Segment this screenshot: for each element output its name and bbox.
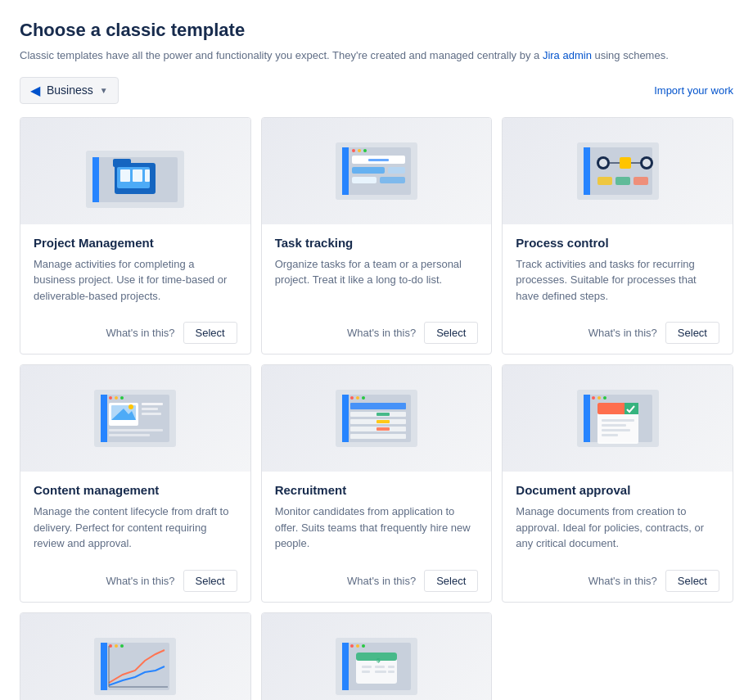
svg-rect-17 bbox=[352, 167, 385, 174]
svg-point-43 bbox=[129, 404, 133, 409]
template-grid-row2: Content management Manage the content li… bbox=[20, 364, 733, 603]
svg-rect-55 bbox=[350, 403, 406, 409]
svg-rect-57 bbox=[376, 413, 390, 416]
svg-point-54 bbox=[362, 396, 365, 400]
svg-point-37 bbox=[109, 396, 112, 400]
page-title: Choose a classic template bbox=[20, 20, 733, 41]
svg-rect-7 bbox=[133, 169, 142, 182]
svg-rect-45 bbox=[142, 408, 158, 410]
card-image-content-management bbox=[20, 365, 250, 472]
card-image-process-control bbox=[503, 118, 733, 224]
select-button-content-management[interactable]: Select bbox=[183, 570, 237, 592]
card-title-process-control: Process control bbox=[516, 236, 719, 250]
card-desc-project-management: Manage activities for completing a busin… bbox=[34, 256, 237, 305]
svg-rect-92 bbox=[362, 666, 372, 668]
whats-this-project-management[interactable]: What's in this? bbox=[106, 327, 174, 339]
card-task-tracking: Task tracking Organize tasks for a team … bbox=[261, 117, 493, 355]
card-body-project-management: Project Management Manage activities for… bbox=[20, 224, 250, 314]
card-body-content-management: Content management Manage the content li… bbox=[20, 472, 250, 562]
svg-rect-77 bbox=[101, 643, 169, 690]
svg-point-52 bbox=[350, 396, 354, 400]
card-desc-content-management: Manage the content lifecycle from draft … bbox=[34, 504, 237, 552]
svg-point-81 bbox=[120, 644, 124, 648]
procurement-illustration: $ bbox=[327, 630, 426, 701]
card-image-document-approval bbox=[503, 365, 733, 472]
template-grid-row3: Lead tracking bbox=[20, 612, 733, 701]
card-title-task-tracking: Task tracking bbox=[275, 236, 479, 250]
svg-rect-33 bbox=[634, 177, 648, 185]
task-illustration bbox=[327, 134, 426, 208]
select-button-recruitment[interactable]: Select bbox=[424, 570, 478, 592]
card-image-task-tracking bbox=[262, 118, 492, 224]
card-body-task-tracking: Task tracking Organize tasks for a team … bbox=[262, 224, 492, 314]
select-button-task-tracking[interactable]: Select bbox=[424, 322, 478, 344]
card-image-recruitment bbox=[262, 365, 492, 472]
svg-rect-16 bbox=[368, 159, 389, 161]
empty-slot bbox=[502, 612, 733, 701]
svg-rect-95 bbox=[362, 671, 370, 673]
svg-rect-72 bbox=[602, 419, 634, 422]
card-title-document-approval: Document approval bbox=[516, 483, 719, 497]
svg-rect-2 bbox=[92, 157, 99, 202]
card-title-project-management: Project Management bbox=[34, 236, 237, 250]
svg-rect-46 bbox=[142, 413, 161, 415]
card-process-control: Process control Track activities and tas… bbox=[502, 117, 733, 355]
svg-rect-94 bbox=[388, 666, 395, 668]
whats-this-document-approval[interactable]: What's in this? bbox=[588, 575, 657, 587]
card-desc-document-approval: Manage documents from creation to approv… bbox=[516, 504, 719, 552]
card-body-recruitment: Recruitment Monitor candidates from appl… bbox=[262, 472, 492, 562]
whats-this-process-control[interactable]: What's in this? bbox=[588, 327, 657, 339]
svg-rect-22 bbox=[584, 147, 652, 195]
chevron-down-icon: ▼ bbox=[100, 86, 108, 95]
category-dropdown[interactable]: ◀ Business ▼ bbox=[20, 77, 119, 104]
top-bar: ◀ Business ▼ Import your work bbox=[20, 77, 733, 104]
card-recruitment: Recruitment Monitor candidates from appl… bbox=[261, 364, 493, 603]
svg-rect-51 bbox=[342, 395, 349, 442]
svg-point-66 bbox=[592, 396, 595, 400]
select-button-project-management[interactable]: Select bbox=[183, 322, 237, 344]
svg-point-68 bbox=[603, 396, 606, 400]
svg-rect-32 bbox=[615, 177, 630, 185]
whats-this-task-tracking[interactable]: What's in this? bbox=[347, 327, 416, 339]
card-image-procurement: $ bbox=[262, 613, 492, 701]
svg-rect-62 bbox=[350, 434, 406, 439]
svg-point-80 bbox=[115, 644, 118, 648]
svg-point-39 bbox=[120, 396, 124, 400]
select-button-process-control[interactable]: Select bbox=[665, 322, 719, 344]
svg-rect-61 bbox=[376, 427, 390, 431]
nav-icon: ◀ bbox=[30, 83, 40, 98]
svg-rect-27 bbox=[620, 157, 631, 169]
svg-point-12 bbox=[352, 149, 355, 152]
card-footer-recruitment: What's in this? Select bbox=[262, 562, 492, 602]
svg-point-53 bbox=[356, 396, 359, 400]
svg-rect-59 bbox=[376, 420, 390, 423]
select-button-document-approval[interactable]: Select bbox=[665, 570, 719, 592]
svg-rect-96 bbox=[375, 671, 386, 673]
content-illustration bbox=[86, 382, 184, 455]
svg-rect-31 bbox=[597, 177, 612, 185]
lead-illustration bbox=[86, 630, 184, 701]
svg-rect-86 bbox=[342, 643, 349, 690]
svg-rect-44 bbox=[142, 403, 163, 405]
svg-point-30 bbox=[643, 159, 651, 167]
card-footer-document-approval: What's in this? Select bbox=[503, 562, 733, 602]
svg-text:$: $ bbox=[376, 657, 381, 664]
svg-rect-93 bbox=[375, 666, 385, 668]
svg-rect-4 bbox=[113, 159, 131, 167]
whats-this-content-management[interactable]: What's in this? bbox=[106, 575, 174, 587]
svg-point-14 bbox=[363, 149, 367, 152]
import-link[interactable]: Import your work bbox=[654, 84, 733, 97]
card-image-lead-tracking bbox=[20, 613, 250, 701]
card-desc-recruitment: Monitor candidates from application to o… bbox=[275, 504, 479, 552]
svg-rect-11 bbox=[342, 147, 349, 195]
card-desc-process-control: Track activities and tasks for recurring… bbox=[516, 256, 719, 305]
jira-admin-link[interactable]: Jira admin bbox=[543, 49, 592, 61]
card-footer-project-management: What's in this? Select bbox=[20, 314, 250, 354]
card-image-project-management bbox=[20, 118, 250, 224]
svg-point-87 bbox=[350, 644, 354, 648]
svg-rect-48 bbox=[109, 434, 150, 436]
card-footer-process-control: What's in this? Select bbox=[503, 314, 733, 354]
card-content-management: Content management Manage the content li… bbox=[20, 364, 251, 603]
whats-this-recruitment[interactable]: What's in this? bbox=[347, 575, 416, 587]
svg-point-89 bbox=[362, 644, 365, 648]
